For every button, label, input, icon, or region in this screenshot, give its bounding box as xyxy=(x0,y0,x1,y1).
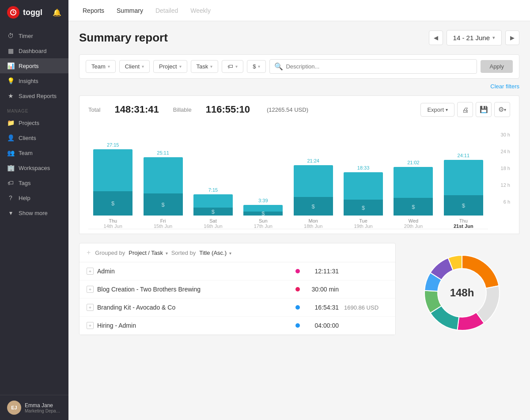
sidebar-item-insights[interactable]: 💡 Insights xyxy=(0,73,68,88)
sidebar-item-show-more[interactable]: ▾ Show more xyxy=(0,205,68,220)
clear-filters-link[interactable]: Clear filters xyxy=(490,83,519,90)
row-expand-icon[interactable]: + xyxy=(87,268,94,275)
row-expand-icon[interactable]: + xyxy=(87,286,94,293)
plus-expand-icon[interactable]: + xyxy=(87,249,91,257)
sorted-by-value-text: Title (Asc.) xyxy=(199,250,227,256)
sidebar-item-timer[interactable]: ⏱ Timer xyxy=(0,28,68,43)
bar-top[interactable] xyxy=(344,172,383,200)
team-filter-label: Team xyxy=(91,63,106,70)
bar-top[interactable] xyxy=(144,157,183,193)
donut-segment[interactable] xyxy=(462,255,499,288)
task-filter[interactable]: Task ▾ xyxy=(191,60,219,73)
bar-bottom[interactable]: $ xyxy=(144,193,183,216)
bar-bottom[interactable]: $ xyxy=(394,198,433,216)
bar-bottom[interactable]: $ xyxy=(344,200,383,216)
sidebar-item-label: Clients xyxy=(19,135,36,141)
bar-label-top: 27:15 xyxy=(107,142,119,148)
bar-label-top: 7:15 xyxy=(208,187,218,193)
sidebar-navigation: ⏱ Timer ▦ Dashboard 📊 Reports 💡 Insights… xyxy=(0,25,68,395)
settings-button[interactable]: ⚙ ▾ xyxy=(494,102,510,117)
tab-summary[interactable]: Summary xyxy=(111,4,148,17)
apply-button[interactable]: Apply xyxy=(481,60,513,73)
sidebar-item-projects[interactable]: 📁 Projects xyxy=(0,115,68,130)
tags-filter[interactable]: 🏷 ▾ xyxy=(222,60,243,73)
client-filter[interactable]: Client ▾ xyxy=(119,60,150,73)
bar-top[interactable] xyxy=(294,165,333,197)
sidebar-item-clients[interactable]: 👤 Clients xyxy=(0,130,68,145)
grouped-header: + Grouped by Project / Task ▾ Sorted by … xyxy=(80,243,395,262)
print-button[interactable]: 🖨 xyxy=(457,102,473,117)
export-button[interactable]: Export ▾ xyxy=(420,103,454,117)
bar-day: Sun xyxy=(254,218,273,223)
date-next-button[interactable]: ▶ xyxy=(505,30,519,45)
bar-wrap: $ xyxy=(389,167,438,216)
donut-center-text: 148h xyxy=(450,287,474,299)
sorted-by-label: Sorted by xyxy=(171,250,196,256)
dollar-icon: $ xyxy=(261,210,265,217)
description-search[interactable]: 🔍 xyxy=(269,59,477,74)
bar-group: 24:11 $ Thu 21st Jun xyxy=(439,153,488,229)
group-by-value[interactable]: Project / Task ▾ xyxy=(129,250,167,256)
bar-bottom[interactable]: $ xyxy=(193,208,233,216)
bar-x-label: Sun 17th Jun xyxy=(254,218,273,229)
billable-filter[interactable]: $ ▾ xyxy=(247,60,266,73)
row-color-dot xyxy=(295,305,300,310)
tag-icon: 🏷 xyxy=(227,63,233,70)
chart-container: 27:15 $ Thu 14th Jun 25:11 $ Fri 15th Ju… xyxy=(79,123,519,234)
bar-date: 21st Jun xyxy=(454,223,473,229)
sidebar-item-dashboard[interactable]: ▦ Dashboard xyxy=(0,43,68,58)
row-expand-icon[interactable]: + xyxy=(87,322,94,329)
row-expand-icon[interactable]: + xyxy=(87,304,94,311)
table-row[interactable]: + Hiring - Admin 04:00:00 xyxy=(80,317,395,335)
sidebar-footer: EJ Emma Jane Marketing Depart... xyxy=(0,395,68,420)
tab-reports[interactable]: Reports xyxy=(77,4,110,17)
manage-label: MANAGE xyxy=(0,103,68,115)
sidebar-item-saved-reports[interactable]: ★ Saved Reports xyxy=(0,88,68,103)
y-axis-label: 24 h xyxy=(490,149,510,154)
bar-bottom[interactable]: $ xyxy=(243,212,283,216)
table-row[interactable]: + Branding Kit - Avocado & Co 16:54:31 1… xyxy=(80,299,395,317)
project-filter[interactable]: Project ▾ xyxy=(153,60,187,73)
table-row[interactable]: + Admin 12:11:31 xyxy=(80,262,395,280)
team-filter[interactable]: Team ▾ xyxy=(86,60,116,73)
dollar-icon: $ xyxy=(412,204,415,210)
row-time: 30:00 min xyxy=(303,286,339,293)
bar-top[interactable] xyxy=(193,194,233,208)
bar-bottom[interactable]: $ xyxy=(444,195,483,216)
grouped-controls: Grouped by Project / Task ▾ Sorted by Ti… xyxy=(95,250,231,256)
billable-label: Billable xyxy=(173,106,192,113)
task-filter-label: Task xyxy=(197,63,208,70)
totals-actions: Export ▾ 🖨 💾 ⚙ ▾ xyxy=(420,102,510,117)
export-label: Export xyxy=(427,106,444,113)
bar-top[interactable] xyxy=(444,160,483,195)
description-input[interactable] xyxy=(286,63,472,70)
sidebar-item-reports[interactable]: 📊 Reports xyxy=(0,58,68,73)
sidebar-item-label: Tags xyxy=(19,180,30,186)
save-button[interactable]: 💾 xyxy=(476,102,492,117)
bar-group: 21:24 $ Mon 18th Jun xyxy=(289,158,338,229)
bar-top[interactable] xyxy=(93,149,132,191)
table-row[interactable]: + Blog Creation - Two Brothers Brewing 3… xyxy=(80,280,395,299)
tab-weekly[interactable]: Weekly xyxy=(185,4,216,17)
date-prev-button[interactable]: ◀ xyxy=(429,30,443,45)
y-axis-label: 12 h xyxy=(490,182,510,188)
bar-bottom[interactable]: $ xyxy=(93,191,132,216)
sidebar-item-help[interactable]: ? Help xyxy=(0,190,68,205)
y-axis-label: 18 h xyxy=(490,166,510,171)
table-rows: + Admin 12:11:31 + Blog Creation - Two B… xyxy=(80,262,395,335)
bar-date: 14th Jun xyxy=(104,223,122,229)
bar-top[interactable] xyxy=(394,167,433,198)
bar-x-label: Thu 14th Jun xyxy=(104,218,122,229)
bar-x-label: Fri 15th Jun xyxy=(154,218,172,229)
bar-x-label: Sat 16th Jun xyxy=(204,218,222,229)
sidebar-item-tags[interactable]: 🏷 Tags xyxy=(0,175,68,190)
star-icon: ★ xyxy=(7,92,14,99)
sidebar-item-team[interactable]: 👥 Team xyxy=(0,145,68,160)
bar-bottom[interactable]: $ xyxy=(294,197,333,216)
sidebar-item-workspaces[interactable]: 🏢 Workspaces xyxy=(0,160,68,175)
date-range-button[interactable]: 14 - 21 June ▾ xyxy=(447,30,502,45)
main-content: Reports Summary Detailed Weekly Summary … xyxy=(68,0,530,420)
tab-detailed[interactable]: Detailed xyxy=(150,4,183,17)
sorted-by-value[interactable]: Title (Asc.) ▾ xyxy=(199,250,231,256)
bell-icon[interactable]: 🔔 xyxy=(53,8,61,17)
